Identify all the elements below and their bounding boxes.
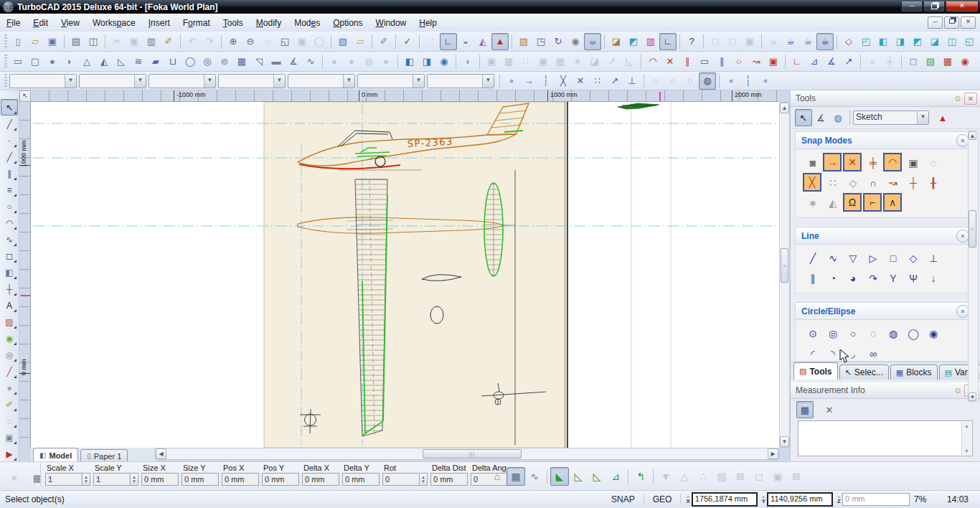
zoom-in-icon[interactable]: ⊕ bbox=[225, 33, 242, 50]
picture-tool-icon[interactable]: ▨ bbox=[1, 314, 18, 330]
step-back-icon[interactable]: ↰ bbox=[631, 467, 650, 486]
snap-set-mouse-icon[interactable]: ◙ bbox=[803, 153, 823, 173]
restore-button[interactable] bbox=[923, 1, 945, 12]
measurement-info-box[interactable]: ▲▼ bbox=[798, 420, 973, 456]
menu-options[interactable]: Options bbox=[326, 16, 369, 30]
plate-icon[interactable]: ▬ bbox=[268, 53, 285, 70]
snap-dash-icon[interactable]: ∘ bbox=[757, 72, 774, 90]
coordinate-system-icon[interactable]: ∟ bbox=[440, 33, 457, 50]
canvas-horizontal-scrollbar[interactable]: ◀ ||| ▶ bbox=[155, 448, 779, 460]
fillet-3d-icon[interactable]: ◖ bbox=[459, 53, 476, 70]
scroll-left-button[interactable]: ◀ bbox=[156, 448, 166, 459]
workplane-wp-icon[interactable]: ◺ bbox=[569, 467, 588, 486]
aperture-small-icon[interactable]: ◌ bbox=[647, 72, 664, 90]
chevron-down-icon[interactable]: ▼ bbox=[343, 75, 354, 88]
rotate-box-icon[interactable]: ◳ bbox=[532, 33, 550, 50]
toolbar-handle[interactable] bbox=[4, 55, 7, 69]
context-help-icon[interactable]: ? bbox=[683, 33, 700, 50]
arc-3-point-icon[interactable]: ◝ bbox=[823, 344, 843, 362]
ucs-toggle-icon[interactable]: ∟ bbox=[659, 33, 677, 50]
lock-object-icon[interactable]: ◻ bbox=[905, 53, 922, 70]
menu-insert[interactable]: Insert bbox=[142, 16, 176, 30]
camera-move-icon[interactable]: ◉ bbox=[567, 33, 584, 50]
x-coordinate-field[interactable]: 1756,1874 mm bbox=[692, 492, 758, 507]
scroll-right-button[interactable]: ▶ bbox=[768, 448, 778, 459]
snap-intersection-icon[interactable]: ╳ bbox=[803, 173, 821, 192]
boolean-intersect-icon[interactable]: ◉ bbox=[435, 53, 453, 70]
toolbar-handle[interactable] bbox=[4, 34, 7, 49]
property-combo-4[interactable]: ▼ bbox=[218, 74, 286, 88]
chevron-down-icon[interactable]: ▼ bbox=[65, 75, 76, 88]
line-header[interactable]: Line « bbox=[795, 227, 976, 245]
new-icon[interactable]: ▯ bbox=[9, 33, 27, 50]
boolean-subtract-icon[interactable]: ◨ bbox=[418, 53, 435, 70]
line-irregular-polygon-icon[interactable]: ▷ bbox=[863, 248, 883, 268]
tangent-line-icon[interactable]: ↝ bbox=[748, 53, 765, 70]
insert-file-icon[interactable]: ▧ bbox=[334, 33, 352, 50]
render-draft-icon[interactable]: ☕ bbox=[799, 33, 816, 50]
view-iso-ne-icon[interactable]: ◱ bbox=[961, 33, 978, 50]
y-coordinate-field[interactable]: 1140,9256 mm bbox=[767, 492, 833, 507]
sphere-3d-icon[interactable]: ● bbox=[44, 53, 61, 70]
property-combo-7[interactable]: ▼ bbox=[427, 74, 494, 88]
dimension-tool-icon[interactable]: ┼ bbox=[1, 281, 18, 297]
snap-arc-center-icon[interactable]: ◠ bbox=[883, 153, 902, 171]
snap-ortho-icon[interactable]: ⌐ bbox=[863, 193, 882, 212]
panel-scroll-thumb[interactable]: ≡ bbox=[969, 210, 976, 248]
construction-tool-icon[interactable]: ╱ bbox=[1, 363, 18, 380]
menu-edit[interactable]: Edit bbox=[27, 16, 55, 30]
circle-fit-icon[interactable]: ○ bbox=[730, 53, 748, 70]
poly-edit-icon[interactable]: ⊿ bbox=[806, 53, 823, 70]
measurement-list-icon[interactable]: ▦ bbox=[796, 401, 814, 418]
circle-3-point-icon[interactable]: ◌ bbox=[863, 324, 883, 344]
snap-radial-icon[interactable]: ∗ bbox=[803, 193, 823, 213]
materials-icon[interactable]: ▲ bbox=[491, 33, 509, 50]
boundary-box-icon[interactable]: ▣ bbox=[765, 53, 782, 70]
menu-view[interactable]: View bbox=[55, 16, 86, 30]
horizontal-ruler[interactable]: -1000 mm0 mm1000 mm2000 mm bbox=[31, 90, 779, 102]
environment-map-icon[interactable]: ◪ bbox=[608, 33, 625, 50]
view-left-icon[interactable]: ◪ bbox=[926, 33, 943, 50]
snap-intersection-2-icon[interactable]: ╳ bbox=[555, 72, 572, 90]
line-single-icon[interactable]: ╱ bbox=[803, 248, 823, 268]
pin-icon[interactable]: ⊙ bbox=[951, 93, 964, 105]
poly-3d-icon[interactable]: ∿ bbox=[302, 53, 319, 70]
panel-snap-icon[interactable]: ∡ bbox=[812, 109, 829, 126]
lamp-icon[interactable]: ◭ bbox=[474, 33, 491, 50]
mesh-icon[interactable]: ▦ bbox=[233, 53, 250, 70]
render-hidden-line-icon[interactable]: ☕ bbox=[782, 33, 799, 50]
palette-tab-selec[interactable]: ↖Selec... bbox=[839, 364, 889, 380]
spell-check-icon[interactable]: ✓ bbox=[399, 33, 416, 50]
line-polygon-icon[interactable]: ▽ bbox=[843, 248, 863, 268]
camera-tool-icon[interactable]: ◎ bbox=[1, 347, 18, 363]
save-icon[interactable]: ▣ bbox=[44, 33, 61, 50]
flag-tool-icon[interactable]: ▶ bbox=[1, 446, 18, 462]
snap-quadrant-icon[interactable]: ◌ bbox=[923, 153, 943, 173]
auto-workplane-icon[interactable]: ⌂ bbox=[488, 467, 507, 486]
property-combo-6[interactable]: ▼ bbox=[357, 74, 425, 88]
lathe-icon[interactable]: ⊔ bbox=[164, 53, 182, 70]
tab-model[interactable]: ◧Model bbox=[33, 448, 78, 462]
drawing-canvas[interactable]: SP-2363 bbox=[31, 102, 779, 448]
panel-close-icon[interactable]: ✕ bbox=[964, 93, 977, 105]
offset-icon[interactable]: ∥ bbox=[713, 53, 730, 70]
line-rotated-rectangle-icon[interactable]: ◇ bbox=[903, 248, 923, 268]
measurement-clear-icon[interactable]: ✕ bbox=[821, 401, 838, 418]
mdi-minimize-button[interactable]: ─ bbox=[928, 17, 943, 29]
scroll-up-button[interactable]: ▲ bbox=[780, 103, 789, 113]
palette-tab-blocks[interactable]: ▦Blocks bbox=[890, 364, 938, 380]
select-frame-tool-icon[interactable]: ◌ bbox=[1, 413, 18, 429]
vertical-scroll-thumb[interactable]: ≡ bbox=[781, 248, 788, 283]
snap-nearest-entity-icon[interactable]: ↝ bbox=[883, 173, 903, 193]
half-cone-icon[interactable]: ◭ bbox=[95, 53, 113, 70]
menu-tools[interactable]: Tools bbox=[217, 16, 250, 30]
workplane-f-icon[interactable]: ⊿ bbox=[606, 467, 625, 486]
point-icon[interactable]: · bbox=[1, 132, 18, 149]
print-preview-icon[interactable]: ◫ bbox=[85, 33, 102, 50]
spinner[interactable]: ▲▼ bbox=[131, 473, 138, 486]
snap-running-icon[interactable]: ∘ bbox=[503, 72, 520, 90]
angle-edit-icon[interactable]: ∡ bbox=[823, 53, 840, 70]
color-bars-icon[interactable]: ▥ bbox=[642, 33, 659, 50]
circle-tangent-3-icon[interactable]: ◉ bbox=[923, 324, 943, 344]
render-quality-icon[interactable]: ☕ bbox=[816, 33, 834, 50]
